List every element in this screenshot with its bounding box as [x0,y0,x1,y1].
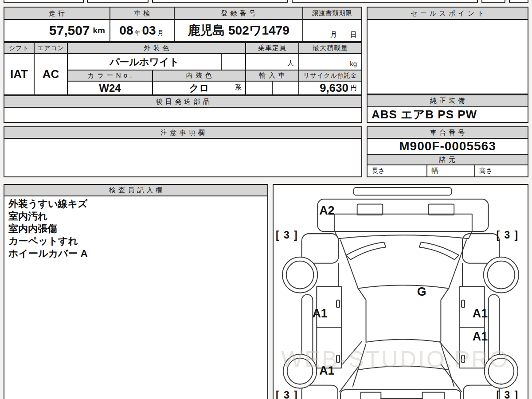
vehicle-table: シフト エアコン 外 装 色 乗車定員 最大積載量 IAT AC パールホワイト… [4,42,362,95]
later-parts-box: 後 日 発 送 部 品 [4,95,362,123]
inspector-note-line: ホイールカバー A [8,247,263,260]
spec-width-label: 幅 [431,167,438,175]
sales-point-value [368,20,528,94]
auction-sheet: 走 行 車 検 登 録 番 号 譲渡書類期限 57,507 km 08 年 03… [0,0,532,399]
transfer-docs-header: 譲渡書類期限 [303,8,361,19]
interior-color-value: クロ 系 [153,82,245,94]
interior-color-header: 内 装 色 [153,70,245,81]
specs-header: 諸 元 [368,155,528,164]
spec-width: 幅 [427,165,474,176]
genuine-equipment-box: 純 正 装 備 ABS エアB PS PW [367,94,528,123]
mileage-value: 57,507 km [4,20,110,41]
spec-length-label: 長さ [372,167,385,175]
caution-box: 注 意 事 項 欄 [4,126,362,177]
import-value-2 [273,82,298,94]
shaken-value: 08 年 03 月 [110,20,174,41]
transfer-docs-value: 月 日 [303,20,361,41]
exterior-color-extra [222,54,245,70]
inspector-note-line: 室内汚れ [8,210,263,223]
recycle-unit: 円 [350,84,357,92]
shift-header: シフト [4,43,34,53]
spec-height-label: 高さ [479,167,493,175]
aircon-header: エアコン [35,43,67,53]
later-parts-header: 後 日 発 送 部 品 [4,96,361,107]
cutoff-cell [292,0,478,3]
car-diagram-box: A2 G A1 A1 A1 A1 [ 3 ] [ 3 ] [ 3 ] [ 3 ] [273,184,528,399]
import-header: 輸 入 車 [246,70,298,81]
shaken-month: 03 [142,23,156,38]
cutoff-cell [509,0,528,3]
shaken-year: 08 [119,23,133,38]
exterior-color-header: 外 装 色 [68,43,245,53]
registration-header: 登 録 番 号 [175,8,302,19]
transfer-docs-placeholder: 月 日 [330,31,357,39]
cutoff-cell [87,0,149,3]
max-load-value: kg [299,54,361,70]
mark-windshield: G [417,285,426,298]
shaken-month-unit: 月 [157,29,164,41]
mark-right-rear-door: A1 [473,329,488,343]
mark-right-front-door: A1 [473,307,488,320]
chassis-specs-box: 車 台 番 号 M900F-0005563 諸 元 長さ 幅 高さ [367,126,528,177]
cutoff-cell [4,0,84,3]
sales-point-header: セ ー ル ス ポ イ ン ト [368,8,528,19]
spec-height: 高さ [475,165,528,176]
mark-left-rear-quarter: A1 [319,364,334,377]
recycle-value: 9,630 円 [299,82,361,94]
shaken-header: 車 検 [110,8,174,19]
sales-point-box: セ ー ル ス ポ イ ン ト [367,7,528,94]
header-table: 走 行 車 検 登 録 番 号 譲渡書類期限 57,507 km 08 年 03… [4,7,362,42]
mileage-number: 57,507 [49,23,90,38]
color-no-value: W24 [68,82,152,94]
inspector-note-line: カーペットすれ [8,235,263,247]
interior-color-name: クロ [189,82,209,94]
chassis-header: 車 台 番 号 [368,127,528,138]
mark-tire-rear-left: [ 3 ] [276,389,298,399]
aircon-value: AC [35,54,67,94]
inspector-note-line: 室内内張傷 [8,223,263,235]
car-diagram: A2 G A1 A1 A1 A1 [ 3 ] [ 3 ] [ 3 ] [ 3 ] [274,185,528,399]
spec-length: 長さ [368,165,426,176]
mark-tire-front-left: [ 3 ] [276,229,298,241]
capacity-header: 乗車定員 [246,43,298,53]
color-no-header: カ ラ ー N o . [68,70,152,81]
caution-header: 注 意 事 項 欄 [4,127,361,138]
caution-value [4,139,361,176]
inspector-box: 検 査 員 記 入 欄 外装うすい線キズ 室内汚れ 室内内張傷 カーペットすれ … [4,184,268,399]
mileage-unit: km [93,26,105,35]
inspector-notes: 外装うすい線キズ 室内汚れ 室内内張傷 カーペットすれ ホイールカバー A [4,196,267,399]
mark-left-front-door: A1 [312,307,327,320]
recycle-amount: 9,630 [320,82,348,94]
chassis-value: M900F-0005563 [368,139,528,154]
interior-color-suffix: 系 [235,83,242,92]
mark-tire-rear-right: [ 3 ] [496,389,519,399]
shaken-year-unit: 年 [135,29,141,41]
recycle-header: リサイクル預託金 [299,70,361,81]
mark-tire-front-right: [ 3 ] [496,229,519,241]
shift-value: IAT [4,54,34,94]
mark-front-bumper: A2 [319,203,334,217]
inspector-header: 検 査 員 記 入 欄 [4,185,267,196]
registration-number: 鹿児島 502ワ1479 [188,22,289,39]
cutoff-cell [152,0,288,3]
inspector-note-line: 外装うすい線キズ [8,198,263,210]
cutoff-cell [481,0,505,3]
max-load-header: 最大積載量 [299,43,361,53]
import-value-1 [246,82,272,94]
mileage-header: 走 行 [4,8,110,19]
later-parts-value [4,108,361,122]
genuine-equipment-value: ABS エアB PS PW [368,107,528,122]
genuine-equipment-header: 純 正 装 備 [368,95,528,106]
exterior-color-value: パールホワイト [68,54,221,70]
capacity-value: 人 [246,54,298,70]
registration-value: 鹿児島 502ワ1479 [175,20,302,41]
